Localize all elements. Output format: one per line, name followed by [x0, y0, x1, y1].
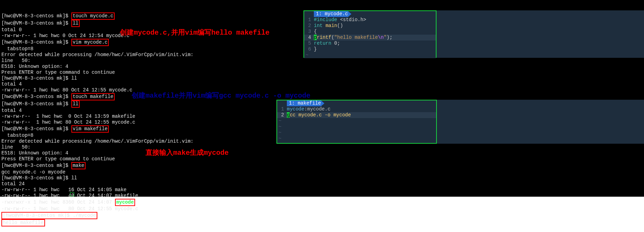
editor-makefile-extra [437, 100, 644, 144]
annotation-3: 直接输入make生成mycode [145, 148, 229, 157]
vim-tilde: ~ [277, 124, 436, 130]
terminal-line: -rwxrwxr-x 1 hwc hwc 8360 Oct 24 14:07 m… [1, 199, 643, 206]
editor-mycode[interactable]: 1: mycode.c 1#include <stdio.h>2int main… [303, 10, 436, 58]
terminal-line: hello makefile [1, 219, 643, 226]
annotation-2: 创建makefile并用vim编写gcc mycode.c -o mycode [132, 91, 310, 100]
terminal-line: [hwc@VM-8-3-centos mk]$ make [1, 162, 643, 169]
editor-tab-mycode[interactable]: 1: mycode.c [314, 11, 351, 17]
editor-makefile[interactable]: 1: makefile 1mycode:mycode.c2 gcc mycode… [276, 100, 437, 144]
code-line: 2 gcc mycode.c -o mycode [277, 112, 436, 118]
cursor-indicator [70, 192, 74, 196]
code-line: 2int main() [304, 23, 436, 29]
terminal-line: [hwc@VM-8-3-centos mk]$ ./mycode [1, 212, 643, 219]
terminal-line: Press ENTER or type command to continue [1, 70, 643, 75]
terminal-line: -rw-rw-r-- 1 hwc hwc 16 Oct 24 14:05 mak… [1, 187, 643, 193]
annotation-1: 创建mycode.c,并用vim编写hello makefile [120, 28, 270, 37]
editor-tab-makefile[interactable]: 1: makefile [287, 100, 324, 106]
terminal-line: total 24 [1, 181, 643, 187]
terminal-line: -rw-rw-r-- 1 hwc hwc 80 Oct 24 12:55 myc… [1, 87, 643, 93]
terminal-line: total 4 [1, 81, 643, 87]
terminal-line: line 50: [1, 144, 643, 150]
vim-tilde: ~ [277, 130, 436, 136]
code-line: 1mycode:mycode.c [277, 106, 436, 112]
terminal-line: Press ENTER or type command to continue [1, 156, 643, 162]
vim-tilde: ~ [304, 52, 436, 58]
code-line: 4 printf("hello makefile\n"); [304, 35, 436, 41]
vim-tilde: ~ [277, 136, 436, 142]
terminal-line: line 50: [1, 58, 643, 64]
code-line: 3{ [304, 29, 436, 35]
code-line: 1#include <stdio.h> [304, 17, 436, 23]
code-line: 6} [304, 46, 436, 52]
terminal-line: [hwc@VM-8-3-centos mk]$ ll [1, 175, 643, 181]
editor-mycode-extra [436, 10, 644, 58]
terminal-line: [hwc@VM-8-3-centos mk]$ ll [1, 75, 643, 81]
vim-tilde: ~ [277, 118, 436, 124]
terminal-line: -rw-rw-r-- 1 hwc hwc 40 Oct 24 14:07 mak… [1, 193, 643, 199]
terminal-line: gcc mycode.c -o mycode [1, 169, 643, 175]
terminal-line: E518: Unknown option: 4 [1, 150, 643, 156]
code-line: 5 return 0; [304, 41, 436, 46]
terminal-line: -rw-rw-r-- 1 hwc hwc 80 Oct 24 12:55 myc… [1, 206, 643, 212]
terminal-line: E518: Unknown option: 4 [1, 64, 643, 70]
terminal-line: [hwc@VM-8-3-centos mk]$ touch makefile [1, 93, 643, 100]
